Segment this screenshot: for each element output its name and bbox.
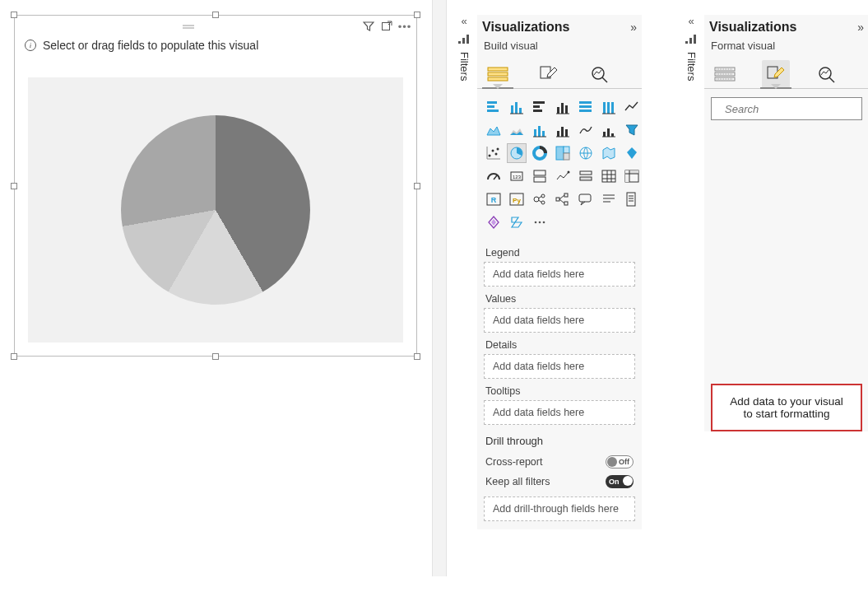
visual-type-treemap[interactable] [553,143,573,163]
visual-type-stacked-column[interactable] [507,97,527,117]
svg-line-87 [559,195,564,199]
format-search[interactable] [711,97,862,120]
format-empty-message: Add data to your visual to start formatt… [711,384,862,431]
report-canvas[interactable]: ••• i Select or drag fields to populate … [0,0,432,592]
visual-type-azure-map[interactable] [622,143,642,163]
visual-type-qa[interactable] [576,189,596,209]
filters-pane-collapsed[interactable]: « Filters [453,15,476,81]
visual-grip-handle[interactable] [20,21,357,33]
svg-point-62 [568,171,570,174]
visual-type-python-visual[interactable]: Py [507,189,527,209]
well-drop-drillthrough[interactable]: Add drill-through fields here [484,496,635,521]
visual-type-table[interactable] [599,166,619,186]
visual-placeholder[interactable]: ••• i Select or drag fields to populate … [14,15,417,357]
svg-point-48 [497,148,499,151]
cross-report-toggle[interactable]: Off [606,455,634,468]
svg-line-111 [829,77,834,82]
visual-type-100-stacked-column[interactable] [599,97,619,117]
well-drop-values[interactable]: Add data fields here [484,308,635,333]
visual-type-scatter[interactable] [484,143,504,163]
svg-rect-14 [487,110,499,112]
well-drop-tooltips[interactable]: Add data fields here [484,400,635,425]
resize-handle[interactable] [11,183,17,189]
tab-analytics[interactable] [586,60,614,88]
visual-type-kpi[interactable] [553,166,573,186]
filter-icon[interactable] [362,20,375,33]
tab-analytics[interactable] [813,60,841,88]
visual-type-more[interactable] [530,212,550,232]
well-drop-legend[interactable]: Add data fields here [484,262,635,287]
collapse-pane-icon[interactable]: » [857,21,864,34]
tab-build-visual[interactable] [711,60,739,88]
visual-type-multi-row-card[interactable] [530,166,550,186]
visual-type-line-stacked-column[interactable] [530,120,550,140]
visual-type-key-influencers[interactable] [530,189,550,209]
visual-type-stacked-area[interactable] [507,120,527,140]
info-icon: i [25,40,36,51]
resize-handle[interactable] [212,12,219,18]
visual-type-slicer[interactable] [576,166,596,186]
svg-rect-17 [519,108,522,114]
more-options-icon[interactable]: ••• [398,20,411,33]
visual-type-clustered-column[interactable] [553,97,573,117]
expand-left-icon[interactable]: « [461,15,466,27]
svg-rect-4 [462,38,465,44]
svg-rect-22 [557,107,559,114]
visual-type-power-automate[interactable] [507,212,527,232]
svg-point-97 [535,221,537,224]
visual-type-smart-narrative[interactable] [599,189,619,209]
format-search-input[interactable] [723,102,866,116]
keep-all-filters-toggle[interactable]: On [606,475,634,488]
filters-pane-collapsed[interactable]: « Filters [680,15,703,81]
placeholder-pie-chart [121,115,310,305]
svg-point-81 [541,201,545,204]
visual-type-r-visual[interactable]: R [484,189,504,209]
visual-type-area[interactable] [484,120,504,140]
resize-handle[interactable] [414,12,420,18]
visual-type-donut[interactable] [530,143,550,163]
tab-format-visual[interactable] [762,60,790,88]
visual-type-gauge[interactable] [484,166,504,186]
visual-type-funnel[interactable] [622,120,642,140]
panel-subtitle: Build visual [477,38,642,57]
visual-type-stacked-bar[interactable] [484,97,504,117]
svg-rect-60 [534,170,545,175]
visual-type-card[interactable]: 123 [507,166,527,186]
svg-rect-29 [603,102,606,114]
resize-handle[interactable] [414,353,420,360]
visual-type-map[interactable] [576,143,596,163]
visual-gallery: 123RPy [477,89,642,237]
canvas-scrollbar[interactable] [432,0,447,576]
svg-point-46 [492,150,494,152]
visual-type-pie[interactable] [507,143,527,163]
visual-type-decomposition-tree[interactable] [553,189,573,209]
expand-left-icon[interactable]: « [688,15,694,27]
well-drop-details[interactable]: Add data fields here [484,354,635,379]
visual-type-power-apps[interactable] [484,212,504,232]
visual-type-waterfall[interactable] [599,120,619,140]
collapse-pane-icon[interactable]: » [630,21,637,34]
resize-handle[interactable] [11,353,17,360]
panel-title: Visualizations [709,20,796,35]
visual-type-line[interactable] [622,97,642,117]
visual-type-paginated-report[interactable] [622,189,642,209]
visual-type-filled-map[interactable] [599,143,619,163]
tab-build-visual[interactable] [484,60,512,88]
panel-subtitle: Format visual [704,38,868,57]
svg-line-83 [539,200,542,203]
svg-rect-23 [561,103,564,114]
visual-type-clustered-bar[interactable] [530,97,550,117]
resize-handle[interactable] [212,353,219,360]
visual-type-ribbon[interactable] [576,120,596,140]
visual-type-matrix[interactable] [622,166,642,186]
visual-type-100-stacked-bar[interactable] [576,97,596,117]
cross-report-label: Cross-report [485,456,542,468]
svg-point-47 [495,153,498,156]
focus-mode-icon[interactable] [380,20,393,33]
visual-type-line-clustered-column[interactable] [553,120,573,140]
svg-rect-26 [579,101,592,104]
tab-format-visual[interactable] [535,60,563,88]
svg-rect-6 [488,68,508,71]
resize-handle[interactable] [11,12,17,18]
resize-handle[interactable] [414,183,420,189]
